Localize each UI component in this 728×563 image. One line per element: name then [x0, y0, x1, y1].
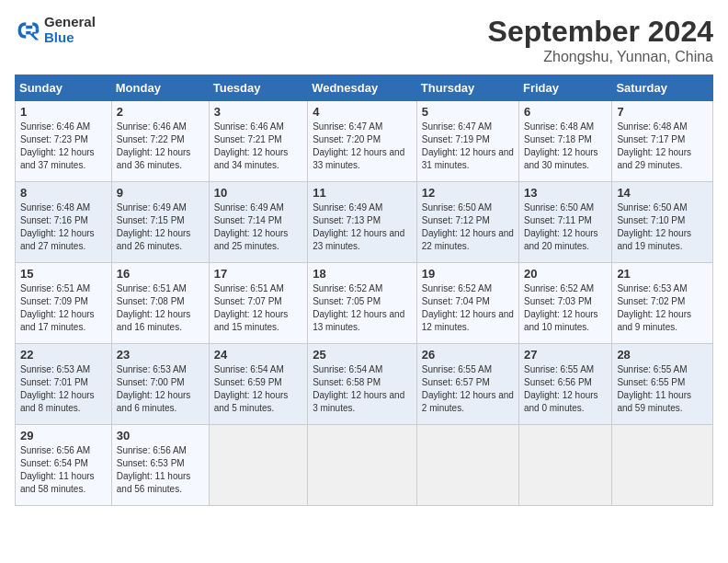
- calendar-cell: 3 Sunrise: 6:46 AM Sunset: 7:21 PM Dayli…: [209, 101, 307, 182]
- day-info: Sunrise: 6:56 AM Sunset: 6:53 PM Dayligh…: [117, 444, 204, 496]
- calendar-cell: 28 Sunrise: 6:55 AM Sunset: 6:55 PM Dayl…: [612, 344, 713, 425]
- calendar-cell: 16 Sunrise: 6:51 AM Sunset: 7:08 PM Dayl…: [111, 263, 209, 344]
- header-tuesday: Tuesday: [209, 75, 307, 101]
- day-info: Sunrise: 6:55 AM Sunset: 6:55 PM Dayligh…: [617, 363, 708, 415]
- day-info: Sunrise: 6:48 AM Sunset: 7:16 PM Dayligh…: [20, 201, 107, 253]
- day-info: Sunrise: 6:46 AM Sunset: 7:22 PM Dayligh…: [117, 121, 204, 172]
- day-number: 3: [214, 105, 302, 119]
- day-info: Sunrise: 6:47 AM Sunset: 7:20 PM Dayligh…: [313, 121, 412, 172]
- day-info: Sunrise: 6:54 AM Sunset: 6:59 PM Dayligh…: [214, 363, 302, 415]
- location-title: Zhongshu, Yunnan, China: [488, 49, 713, 65]
- day-info: Sunrise: 6:48 AM Sunset: 7:17 PM Dayligh…: [617, 121, 708, 172]
- calendar-cell: 2 Sunrise: 6:46 AM Sunset: 7:22 PM Dayli…: [111, 101, 209, 182]
- calendar-week-1: 1 Sunrise: 6:46 AM Sunset: 7:23 PM Dayli…: [16, 101, 713, 182]
- calendar-cell: 12 Sunrise: 6:50 AM Sunset: 7:12 PM Dayl…: [416, 182, 518, 263]
- calendar-cell: 21 Sunrise: 6:53 AM Sunset: 7:02 PM Dayl…: [612, 263, 713, 344]
- calendar-cell: 25 Sunrise: 6:54 AM Sunset: 6:58 PM Dayl…: [308, 344, 417, 425]
- header-wednesday: Wednesday: [308, 75, 417, 101]
- day-number: 6: [524, 105, 607, 119]
- day-info: Sunrise: 6:51 AM Sunset: 7:07 PM Dayligh…: [214, 282, 302, 334]
- logo-general: General: [44, 15, 96, 30]
- title-area: September 2024 Zhongshu, Yunnan, China: [488, 15, 713, 65]
- day-number: 1: [20, 105, 107, 119]
- calendar-table: Sunday Monday Tuesday Wednesday Thursday…: [15, 75, 713, 506]
- day-number: 24: [214, 348, 302, 362]
- day-number: 20: [524, 267, 607, 281]
- day-info: Sunrise: 6:48 AM Sunset: 7:18 PM Dayligh…: [524, 121, 607, 172]
- day-number: 10: [214, 186, 302, 200]
- calendar-cell: 27 Sunrise: 6:55 AM Sunset: 6:56 PM Dayl…: [518, 344, 611, 425]
- header-saturday: Saturday: [612, 75, 713, 101]
- calendar-week-5: 29 Sunrise: 6:56 AM Sunset: 6:54 PM Dayl…: [16, 425, 713, 506]
- calendar-cell: 24 Sunrise: 6:54 AM Sunset: 6:59 PM Dayl…: [209, 344, 307, 425]
- day-info: Sunrise: 6:50 AM Sunset: 7:12 PM Dayligh…: [422, 201, 514, 253]
- day-info: Sunrise: 6:53 AM Sunset: 7:00 PM Dayligh…: [117, 363, 204, 415]
- day-number: 30: [117, 429, 204, 442]
- header-sunday: Sunday: [16, 75, 112, 101]
- day-number: 29: [20, 429, 107, 442]
- header-friday: Friday: [518, 75, 611, 101]
- logo-icon: [15, 17, 40, 43]
- header-row: Sunday Monday Tuesday Wednesday Thursday…: [16, 75, 713, 101]
- day-number: 13: [524, 186, 607, 200]
- header-monday: Monday: [111, 75, 209, 101]
- day-number: 18: [313, 267, 412, 281]
- calendar-cell: 8 Sunrise: 6:48 AM Sunset: 7:16 PM Dayli…: [16, 182, 112, 263]
- calendar-cell: [308, 425, 417, 506]
- day-info: Sunrise: 6:52 AM Sunset: 7:03 PM Dayligh…: [524, 282, 607, 334]
- calendar-cell: [209, 425, 307, 506]
- calendar-cell: [416, 425, 518, 506]
- day-info: Sunrise: 6:49 AM Sunset: 7:13 PM Dayligh…: [313, 201, 412, 253]
- day-info: Sunrise: 6:49 AM Sunset: 7:15 PM Dayligh…: [117, 201, 204, 253]
- day-number: 17: [214, 267, 302, 281]
- day-number: 11: [313, 186, 412, 200]
- day-number: 4: [313, 105, 412, 119]
- day-number: 16: [117, 267, 204, 281]
- calendar-week-3: 15 Sunrise: 6:51 AM Sunset: 7:09 PM Dayl…: [16, 263, 713, 344]
- day-number: 12: [422, 186, 514, 200]
- day-info: Sunrise: 6:51 AM Sunset: 7:09 PM Dayligh…: [20, 282, 107, 334]
- day-number: 27: [524, 348, 607, 362]
- calendar-cell: 10 Sunrise: 6:49 AM Sunset: 7:14 PM Dayl…: [209, 182, 307, 263]
- day-info: Sunrise: 6:47 AM Sunset: 7:19 PM Dayligh…: [422, 121, 514, 172]
- logo: General Blue: [15, 15, 96, 45]
- calendar-cell: 23 Sunrise: 6:53 AM Sunset: 7:00 PM Dayl…: [111, 344, 209, 425]
- day-number: 15: [20, 267, 107, 281]
- day-info: Sunrise: 6:53 AM Sunset: 7:01 PM Dayligh…: [20, 363, 107, 415]
- day-number: 28: [617, 348, 708, 362]
- calendar-cell: 4 Sunrise: 6:47 AM Sunset: 7:20 PM Dayli…: [308, 101, 417, 182]
- calendar-cell: 26 Sunrise: 6:55 AM Sunset: 6:57 PM Dayl…: [416, 344, 518, 425]
- calendar-cell: 29 Sunrise: 6:56 AM Sunset: 6:54 PM Dayl…: [16, 425, 112, 506]
- calendar-cell: 13 Sunrise: 6:50 AM Sunset: 7:11 PM Dayl…: [518, 182, 611, 263]
- calendar-cell: 9 Sunrise: 6:49 AM Sunset: 7:15 PM Dayli…: [111, 182, 209, 263]
- calendar-week-2: 8 Sunrise: 6:48 AM Sunset: 7:16 PM Dayli…: [16, 182, 713, 263]
- header-thursday: Thursday: [416, 75, 518, 101]
- calendar-cell: 11 Sunrise: 6:49 AM Sunset: 7:13 PM Dayl…: [308, 182, 417, 263]
- day-info: Sunrise: 6:54 AM Sunset: 6:58 PM Dayligh…: [313, 363, 412, 415]
- day-number: 8: [20, 186, 107, 200]
- calendar-cell: 6 Sunrise: 6:48 AM Sunset: 7:18 PM Dayli…: [518, 101, 611, 182]
- calendar-cell: [612, 425, 713, 506]
- calendar-cell: 18 Sunrise: 6:52 AM Sunset: 7:05 PM Dayl…: [308, 263, 417, 344]
- day-number: 5: [422, 105, 514, 119]
- calendar-cell: [518, 425, 611, 506]
- day-info: Sunrise: 6:53 AM Sunset: 7:02 PM Dayligh…: [617, 282, 708, 334]
- day-info: Sunrise: 6:52 AM Sunset: 7:05 PM Dayligh…: [313, 282, 412, 334]
- calendar-cell: 7 Sunrise: 6:48 AM Sunset: 7:17 PM Dayli…: [612, 101, 713, 182]
- day-number: 21: [617, 267, 708, 281]
- day-number: 25: [313, 348, 412, 362]
- calendar-cell: 30 Sunrise: 6:56 AM Sunset: 6:53 PM Dayl…: [111, 425, 209, 506]
- day-info: Sunrise: 6:51 AM Sunset: 7:08 PM Dayligh…: [117, 282, 204, 334]
- calendar-cell: 20 Sunrise: 6:52 AM Sunset: 7:03 PM Dayl…: [518, 263, 611, 344]
- day-number: 2: [117, 105, 204, 119]
- calendar-cell: 17 Sunrise: 6:51 AM Sunset: 7:07 PM Dayl…: [209, 263, 307, 344]
- day-info: Sunrise: 6:46 AM Sunset: 7:21 PM Dayligh…: [214, 121, 302, 172]
- day-number: 22: [20, 348, 107, 362]
- day-number: 19: [422, 267, 514, 281]
- day-info: Sunrise: 6:55 AM Sunset: 6:57 PM Dayligh…: [422, 363, 514, 415]
- calendar-week-4: 22 Sunrise: 6:53 AM Sunset: 7:01 PM Dayl…: [16, 344, 713, 425]
- calendar-cell: 1 Sunrise: 6:46 AM Sunset: 7:23 PM Dayli…: [16, 101, 112, 182]
- calendar-cell: 15 Sunrise: 6:51 AM Sunset: 7:09 PM Dayl…: [16, 263, 112, 344]
- day-info: Sunrise: 6:49 AM Sunset: 7:14 PM Dayligh…: [214, 201, 302, 253]
- day-number: 14: [617, 186, 708, 200]
